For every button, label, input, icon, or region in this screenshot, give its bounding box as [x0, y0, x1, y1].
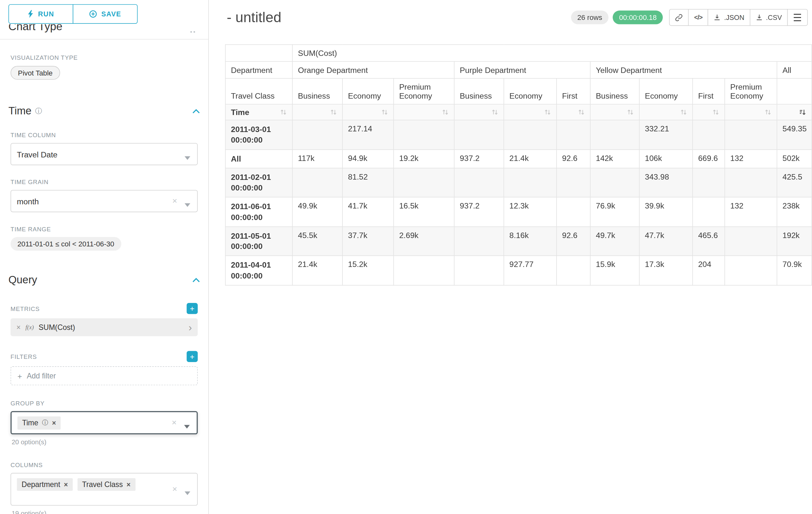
pivot-cell [556, 120, 590, 150]
pivot-cell: 132 [725, 197, 777, 226]
pivot-sub-column-header: Business [590, 78, 639, 104]
pivot-cell [725, 120, 777, 150]
sort-icon[interactable] [627, 109, 634, 115]
pivot-sub-column-header [777, 78, 812, 104]
sort-icon[interactable] [491, 109, 498, 115]
pivot-cell: 47.7k [639, 226, 693, 256]
pivot-cell: 21.4k [504, 150, 556, 168]
pivot-sub-column-header: Economy [343, 78, 394, 104]
pivot-cell [556, 168, 590, 197]
pivot-sort-cell [343, 104, 394, 120]
time-column-select[interactable]: Travel Date [10, 143, 198, 165]
pivot-cell [292, 168, 343, 197]
sort-icon[interactable] [578, 109, 585, 115]
remove-pill-icon[interactable]: × [64, 481, 68, 488]
pivot-cell: 49.9k [292, 197, 343, 226]
pivot-sub-column-header: Premium Economy [725, 78, 777, 104]
add-filter-button[interactable]: + Add filter [10, 366, 198, 385]
chevron-up-icon[interactable] [193, 277, 200, 282]
pivot-cell [725, 168, 777, 197]
sort-descending-icon[interactable] [799, 109, 806, 115]
run-button[interactable]: RUN [8, 4, 73, 24]
table-row: 2011-06-0100:00:0049.9k41.7k16.5k937.212… [225, 197, 812, 226]
pivot-table: SUM(Cost)DepartmentOrange DepartmentPurp… [225, 44, 812, 285]
pivot-cell: 76.9k [590, 197, 639, 226]
pivot-cell: 15.2k [343, 256, 394, 285]
pivot-cell [454, 256, 503, 285]
sort-icon[interactable] [680, 109, 687, 115]
remove-pill-icon[interactable]: × [52, 419, 56, 426]
chart-header: - untitled 26 rows 00:00:00.18 </> [209, 0, 812, 27]
sort-icon[interactable] [381, 109, 388, 115]
time-grain-select[interactable]: month × [10, 190, 198, 212]
sort-icon[interactable] [764, 109, 771, 115]
code-icon: </> [694, 14, 702, 21]
selected-value-pill[interactable]: Travel Class× [77, 478, 136, 491]
metrics-label-row: METRICS + [10, 303, 198, 314]
table-row: 2011-04-0100:00:0021.4k15.2k927.7715.9k1… [225, 256, 812, 285]
sort-icon[interactable] [280, 109, 287, 115]
chart-type-heading: Chart Type [8, 24, 62, 33]
export-csv-button[interactable]: .CSV [750, 9, 788, 26]
caret-down-icon [184, 421, 190, 430]
pivot-sub-column-header: First [693, 78, 725, 104]
pivot-cell: 937.2 [454, 197, 503, 226]
pivot-row-label: 2011-02-0100:00:00 [225, 168, 292, 197]
pivot-cell [292, 120, 343, 150]
pivot-sort-cell [394, 104, 454, 120]
pivot-sub-column-header: Economy [639, 78, 693, 104]
pivot-cell: 16.5k [394, 197, 454, 226]
visualization-type-label: VISUALIZATION TYPE [10, 54, 198, 61]
pivot-cell [590, 120, 639, 150]
view-query-button[interactable]: </> [689, 9, 708, 26]
pivot-row-label: 2011-03-0100:00:00 [225, 120, 292, 150]
table-row: 2011-03-0100:00:00217.14332.21549.35 [225, 120, 812, 150]
add-metric-button[interactable]: + [187, 303, 198, 314]
clear-icon[interactable]: × [172, 417, 176, 428]
chevron-right-icon[interactable]: › [189, 322, 192, 332]
pivot-cell: 192k [777, 226, 812, 256]
pivot-time-header: Time [225, 104, 292, 120]
sort-icon[interactable] [712, 109, 719, 115]
pill-label: Department [22, 480, 60, 489]
metric-item[interactable]: × f(x) SUM(Cost) › [10, 318, 198, 336]
info-icon: ⓘ [35, 106, 42, 116]
visualization-type-value[interactable]: Pivot Table [10, 66, 60, 80]
export-json-label: .JSON [724, 13, 744, 22]
pivot-cell: 425.5 [777, 168, 812, 197]
more-menu-button[interactable]: ☰ [787, 9, 808, 26]
pivot-cell [504, 168, 556, 197]
time-grain-value: month [17, 197, 39, 206]
pivot-sort-cell [590, 104, 639, 120]
pivot-cell: 70.9k [777, 256, 812, 285]
pivot-sub-column-header: Premium Economy [394, 78, 454, 104]
sort-icon[interactable] [442, 109, 449, 115]
group-by-select[interactable]: Timeⓘ× × [10, 411, 198, 434]
pivot-cell: 343.98 [639, 168, 693, 197]
columns-select[interactable]: Department×Travel Class× × [10, 473, 198, 506]
selected-value-pill[interactable]: Department× [17, 478, 73, 491]
sort-icon[interactable] [330, 109, 337, 115]
selected-value-pill[interactable]: Timeⓘ× [17, 416, 61, 429]
pivot-cell: 81.52 [343, 168, 394, 197]
chart-title[interactable]: - untitled [227, 9, 281, 26]
chevron-up-icon[interactable] [193, 109, 200, 113]
chart-header-actions: 26 rows 00:00:00.18 </> [571, 9, 808, 26]
pivot-cell: 45.5k [292, 226, 343, 256]
clear-icon[interactable]: × [172, 196, 177, 206]
pivot-sort-cell [454, 104, 503, 120]
remove-metric-icon[interactable]: × [17, 323, 21, 331]
export-json-button[interactable]: .JSON [708, 9, 750, 26]
remove-pill-icon[interactable]: × [126, 481, 130, 488]
save-button[interactable]: SAVE [73, 4, 138, 24]
sort-icon[interactable] [544, 109, 551, 115]
add-filter-plus-button[interactable]: + [187, 351, 198, 362]
pivot-cell [454, 168, 503, 197]
clear-icon[interactable]: × [172, 484, 177, 494]
time-section-header: Time ⓘ [0, 105, 208, 117]
copy-link-button[interactable] [669, 9, 689, 26]
pivot-cell: 142k [590, 150, 639, 168]
time-grain-label: TIME GRAIN [10, 179, 198, 185]
pivot-sort-cell [693, 104, 725, 120]
time-range-value[interactable]: 2011-01-01 ≤ col < 2011-06-30 [10, 237, 121, 251]
